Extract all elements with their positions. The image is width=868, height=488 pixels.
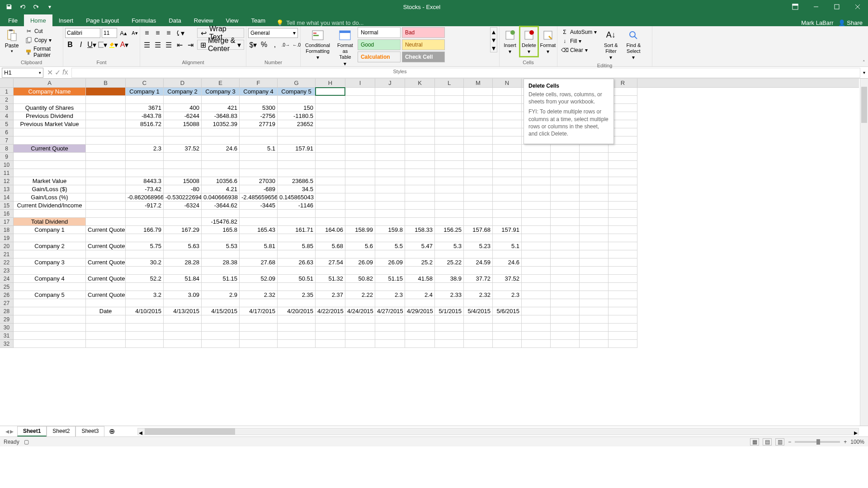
copy-button[interactable]: Copy ▾ (24, 36, 61, 44)
cell-P9[interactable] (551, 153, 580, 161)
cell-J31[interactable] (375, 332, 405, 340)
cell-N30[interactable] (493, 324, 522, 332)
cell-A12[interactable]: Market Value (14, 177, 86, 185)
cell-E5[interactable]: 10352.39 (202, 120, 240, 128)
cell-Q19[interactable] (580, 234, 609, 242)
cell-C5[interactable]: 8516.72 (126, 120, 164, 128)
cell-J5[interactable] (375, 120, 405, 128)
cell-H15[interactable] (316, 202, 345, 210)
cell-O25[interactable] (522, 283, 551, 291)
cell-L6[interactable] (435, 128, 464, 136)
cell-K22[interactable]: 25.2 (405, 258, 435, 267)
cell-C30[interactable] (126, 324, 164, 332)
cell-N8[interactable] (493, 145, 522, 153)
cell-D8[interactable]: 37.52 (164, 145, 202, 153)
cell-E28[interactable]: 4/15/2015 (202, 307, 240, 315)
cell-G30[interactable] (278, 324, 316, 332)
cell-B21[interactable] (86, 250, 126, 258)
cell-M10[interactable] (464, 161, 493, 169)
cell-M16[interactable] (464, 210, 493, 218)
cell-I13[interactable] (345, 185, 375, 193)
cell-R27[interactable] (609, 299, 637, 307)
cell-R24[interactable] (609, 275, 637, 283)
cell-J30[interactable] (375, 324, 405, 332)
cell-B29[interactable] (86, 315, 126, 324)
row-header-5[interactable]: 5 (0, 120, 13, 128)
cell-J26[interactable]: 2.3 (375, 291, 405, 299)
cell-P24[interactable] (551, 275, 580, 283)
tab-team[interactable]: Team (245, 14, 272, 26)
cell-K12[interactable] (405, 177, 435, 185)
cell-N32[interactable] (493, 340, 522, 348)
fx-icon[interactable]: fx (62, 68, 68, 77)
cell-N3[interactable] (493, 104, 522, 112)
merge-center-button[interactable]: ⊞Merge & Center ▾ (197, 40, 244, 50)
cell-P14[interactable] (551, 193, 580, 202)
cell-H28[interactable]: 4/22/2015 (316, 307, 345, 315)
cell-C26[interactable]: 3.2 (126, 291, 164, 299)
cell-E18[interactable]: 165.8 (202, 226, 240, 234)
cell-D31[interactable] (164, 332, 202, 340)
cell-J6[interactable] (375, 128, 405, 136)
cell-L30[interactable] (435, 324, 464, 332)
cell-N28[interactable]: 5/6/2015 (493, 307, 522, 315)
cell-K30[interactable] (405, 324, 435, 332)
cell-G32[interactable] (278, 340, 316, 348)
cell-G11[interactable] (278, 169, 316, 177)
cell-B25[interactable] (86, 283, 126, 291)
cell-F16[interactable] (240, 210, 278, 218)
cell-C10[interactable] (126, 161, 164, 169)
cell-A10[interactable] (14, 161, 86, 169)
cell-G10[interactable] (278, 161, 316, 169)
row-header-15[interactable]: 15 (0, 202, 13, 210)
cell-I20[interactable]: 5.6 (345, 242, 375, 250)
format-as-table-button[interactable]: Format as Table▾ (335, 27, 356, 68)
cell-N26[interactable]: 2.3 (493, 291, 522, 299)
cell-M13[interactable] (464, 185, 493, 193)
cell-B24[interactable]: Current Quote (86, 275, 126, 283)
cell-G15[interactable]: -1146 (278, 202, 316, 210)
cell-N14[interactable] (493, 193, 522, 202)
cell-M27[interactable] (464, 299, 493, 307)
cell-O23[interactable] (522, 267, 551, 275)
cell-B11[interactable] (86, 169, 126, 177)
cell-L1[interactable] (435, 88, 464, 96)
cell-M30[interactable] (464, 324, 493, 332)
tab-page-layout[interactable]: Page Layout (80, 14, 125, 26)
cell-D30[interactable] (164, 324, 202, 332)
col-header-M[interactable]: M (464, 79, 493, 87)
find-select-button[interactable]: Find & Select▾ (623, 27, 644, 62)
cell-K17[interactable] (405, 218, 435, 226)
cell-A8[interactable]: Current Quote (14, 145, 86, 153)
cell-M11[interactable] (464, 169, 493, 177)
horizontal-scrollbar[interactable]: ◂▸ (137, 428, 859, 435)
cell-I27[interactable] (345, 299, 375, 307)
cell-J19[interactable] (375, 234, 405, 242)
cell-M8[interactable] (464, 145, 493, 153)
cell-O12[interactable] (522, 177, 551, 185)
conditional-formatting-button[interactable]: Conditional Formatting▾ (302, 27, 333, 62)
cell-J4[interactable] (375, 112, 405, 120)
cell-H10[interactable] (316, 161, 345, 169)
cell-M12[interactable] (464, 177, 493, 185)
cell-C29[interactable] (126, 315, 164, 324)
cell-B12[interactable] (86, 177, 126, 185)
cell-H6[interactable] (316, 128, 345, 136)
cell-Q30[interactable] (580, 324, 609, 332)
cell-L19[interactable] (435, 234, 464, 242)
row-header-1[interactable]: 1 (0, 88, 13, 96)
cell-P30[interactable] (551, 324, 580, 332)
cell-G24[interactable]: 50.51 (278, 275, 316, 283)
sheet-tab-sheet1[interactable]: Sheet1 (17, 426, 47, 436)
cell-K32[interactable] (405, 340, 435, 348)
cell-N17[interactable] (493, 218, 522, 226)
increase-decimal-icon[interactable]: .0→ (281, 40, 291, 50)
cell-M15[interactable] (464, 202, 493, 210)
row-header-3[interactable]: 3 (0, 104, 13, 112)
row-header-23[interactable]: 23 (0, 267, 13, 275)
cell-H2[interactable] (316, 96, 345, 104)
cell-F1[interactable]: Company 4 (240, 88, 278, 96)
cell-K23[interactable] (405, 267, 435, 275)
cell-M24[interactable]: 37.72 (464, 275, 493, 283)
cell-Q25[interactable] (580, 283, 609, 291)
